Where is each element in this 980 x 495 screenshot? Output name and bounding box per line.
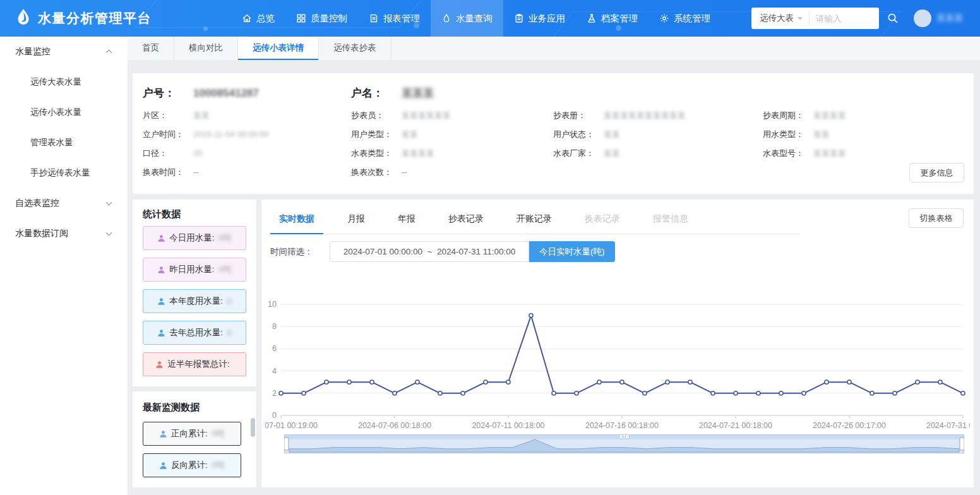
user-status-field: 用户状态：某某 xyxy=(553,129,620,140)
svg-text:2024-07-26 00:17:00: 2024-07-26 00:17:00 xyxy=(813,421,886,430)
menu-item-business-application[interactable]: 业务应用 xyxy=(503,0,576,37)
svg-text:2024-07-16 00:18:00: 2024-07-16 00:18:00 xyxy=(585,421,659,430)
stat-last-year-usage: 去年总用水量:0 xyxy=(143,321,246,345)
tab-meter-reading-records[interactable]: 抄表记录 xyxy=(439,210,493,234)
meter-change-date-field: 换表时间：-- xyxy=(143,167,199,178)
chevron-down-icon xyxy=(798,17,803,20)
navbar-decoration xyxy=(203,27,208,31)
stat-today-usage: 今日用水量:0吨 xyxy=(143,226,246,250)
meter-change-count-field: 换表次数：-- xyxy=(351,167,407,178)
svg-text:2024-07-11 00:18:00: 2024-07-11 00:18:00 xyxy=(472,421,544,430)
gear-icon xyxy=(659,13,669,23)
customer-name-field: 户名：某某某 xyxy=(351,86,434,100)
clipboard-icon xyxy=(514,13,524,23)
app-logo-water-drop-icon xyxy=(13,7,34,31)
sidebar-item-remote-large-meter[interactable]: 远传大表水量 xyxy=(0,67,128,97)
svg-text:6: 6 xyxy=(272,344,277,353)
account-number-value: 10008541287 xyxy=(193,87,259,99)
chart-datazoom-slider[interactable] xyxy=(284,434,964,454)
tab-monthly-report[interactable]: 月报 xyxy=(338,210,374,234)
chevron-up-icon xyxy=(106,50,112,56)
switch-table-button[interactable]: 切换表格 xyxy=(909,208,964,228)
district-field: 片区：某某 xyxy=(143,110,210,121)
stat-year-usage: 本年度用水量:0 xyxy=(143,289,246,313)
stat-half-year-alarms: 近半年报警总计: xyxy=(143,352,246,376)
top-navbar: 水量分析管理平台 总览 质量控制 报表管理 水量查询 业务应用 xyxy=(0,0,980,37)
tab-remote-small-meter-detail[interactable]: 远传小表详情 xyxy=(238,37,319,60)
sidebar-group-water-monitoring[interactable]: 水量监控 xyxy=(0,37,128,67)
tab-alarm-info[interactable]: 报警信息 xyxy=(644,210,697,234)
username-label: 某某某 xyxy=(936,13,963,24)
tab-realtime-data[interactable]: 实时数据 xyxy=(270,210,323,234)
svg-text:4: 4 xyxy=(272,367,277,376)
svg-text:2: 2 xyxy=(272,389,277,398)
left-sidebar: 水量监控 远传大表水量 远传小表水量 管理表水量 手抄远传表水量 自选表监控 水… xyxy=(0,37,128,495)
time-filter-label: 时间筛选： xyxy=(265,246,330,258)
customer-info-card: 户号：10008541287 户名：某某某 片区：某某 抄表员：某某某某某某 抄… xyxy=(133,73,974,194)
person-icon xyxy=(157,329,165,337)
svg-text:10: 10 xyxy=(268,300,277,309)
svg-text:2024-07-21 00:18:00: 2024-07-21 00:18:00 xyxy=(699,421,772,430)
stat-yesterday-usage: 昨日用水量:0吨 xyxy=(143,258,246,282)
meter-book-field: 抄表册：某某某某某某某某某某 xyxy=(553,110,686,121)
search-category-dropdown[interactable]: 远传大表 xyxy=(751,11,810,25)
detail-tab-bar: 实时数据 月报 年报 抄表记录 开账记录 换表记录 报警信息 xyxy=(270,210,799,234)
grid-icon xyxy=(296,13,306,23)
statistics-title: 统计数据 xyxy=(143,208,181,220)
svg-text:2024-07-01 00:19:00: 2024-07-01 00:19:00 xyxy=(265,421,318,430)
home-icon xyxy=(242,13,252,23)
menu-item-water-query[interactable]: 水量查询 xyxy=(431,0,503,37)
tab-remote-meter-reading[interactable]: 远传表抄表 xyxy=(319,37,391,60)
page-tab-bar: 首页 横向对比 远传小表详情 远传表抄表 xyxy=(128,37,980,60)
stat-forward-total: 正向累计:0吨 xyxy=(143,422,241,446)
person-icon xyxy=(157,234,165,242)
global-search-box: 远传大表 xyxy=(751,8,879,29)
panel-scrollbar[interactable] xyxy=(251,418,255,437)
person-icon xyxy=(157,297,165,306)
tab-yearly-report[interactable]: 年报 xyxy=(389,210,424,234)
today-realtime-water-button[interactable]: 今日实时水量(吨) xyxy=(529,241,615,262)
time-filter-row: 时间筛选： 今日实时水量(吨) xyxy=(265,241,615,262)
tab-meter-change-records[interactable]: 换表记录 xyxy=(576,210,629,234)
person-icon xyxy=(155,361,164,369)
person-icon xyxy=(157,266,165,274)
person-icon xyxy=(159,462,167,470)
customer-name-value: 某某某 xyxy=(402,87,434,99)
date-range-input[interactable] xyxy=(330,241,529,262)
sidebar-item-remote-small-meter[interactable]: 远传小表水量 xyxy=(0,97,128,128)
meter-manufacturer-field: 水表厂家：某某 xyxy=(553,148,620,159)
latest-monitoring-title: 最新监测数据 xyxy=(143,402,200,414)
flask-icon xyxy=(587,13,597,23)
caliber-field: 口径：20 xyxy=(143,148,202,159)
sidebar-group-custom-meter-monitoring[interactable]: 自选表监控 xyxy=(0,188,128,218)
tab-horizontal-compare[interactable]: 横向对比 xyxy=(174,37,238,60)
user-type-field: 用户类型：某某 xyxy=(351,129,418,140)
detail-chart-card: 实时数据 月报 年报 抄表记录 开账记录 换表记录 报警信息 切换表格 时间筛选… xyxy=(261,200,974,487)
svg-text:2024-07-31 00:17:00: 2024-07-31 00:17:00 xyxy=(926,421,970,430)
water-drop-icon xyxy=(441,13,451,23)
menu-item-system-management[interactable]: 系统管理 xyxy=(648,0,721,37)
menu-item-report-management[interactable]: 报表管理 xyxy=(358,0,431,37)
menu-item-overview[interactable]: 总览 xyxy=(231,0,285,37)
user-avatar[interactable] xyxy=(914,9,931,27)
tab-home[interactable]: 首页 xyxy=(128,37,174,60)
sidebar-group-water-data-subscription[interactable]: 水量数据订阅 xyxy=(0,218,128,249)
app-title: 水量分析管理平台 xyxy=(38,9,152,27)
latest-monitoring-card: 最新监测数据 正向累计:0吨 反向累计:0吨 xyxy=(133,391,256,487)
menu-item-quality-control[interactable]: 质量控制 xyxy=(285,0,358,37)
sidebar-item-manual-remote-meter[interactable]: 手抄远传表水量 xyxy=(0,158,128,188)
realtime-line-chart[interactable]: 02468102024-07-01 00:19:002024-07-06 00:… xyxy=(265,288,970,433)
meter-model-field: 水表型号：某某某某 xyxy=(763,148,846,159)
meter-type-field: 水表类型：某某某某 xyxy=(351,148,434,159)
tab-billing-records[interactable]: 开账记录 xyxy=(508,210,561,234)
report-icon xyxy=(369,13,379,23)
account-number-field: 户号：10008541287 xyxy=(143,86,259,100)
search-input[interactable] xyxy=(810,14,879,23)
sidebar-item-management-meter[interactable]: 管理表水量 xyxy=(0,128,128,158)
chevron-down-icon xyxy=(106,230,112,236)
more-info-button[interactable]: 更多信息 xyxy=(909,163,964,182)
menu-item-archive-management[interactable]: 档案管理 xyxy=(576,0,648,37)
search-icon[interactable] xyxy=(887,12,899,27)
svg-text:8: 8 xyxy=(272,322,277,331)
stat-reverse-total: 反向累计:0吨 xyxy=(143,453,241,477)
